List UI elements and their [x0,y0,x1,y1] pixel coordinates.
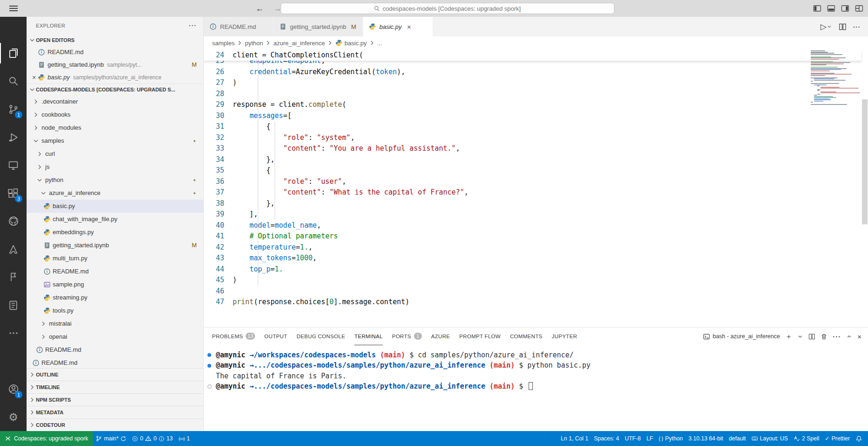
notifications-bell[interactable] [853,431,865,446]
code-line[interactable]: 27) [204,77,868,89]
command-decoration-icon[interactable] [207,384,216,389]
breadcrumb-item[interactable]: python [245,40,263,47]
code-line[interactable]: 29response = client.complete( [204,99,868,111]
breadcrumb-item[interactable]: samples [212,40,234,47]
python-interpreter[interactable]: 3.10.13 64-bit [686,431,726,446]
breadcrumb-item[interactable]: azure_ai_inference [273,40,325,47]
new-terminal-button[interactable]: ＋ [785,332,792,341]
panel-tab-terminal[interactable]: TERMINAL [354,328,383,345]
tree-item-README.md[interactable]: README.md [27,265,203,278]
spell-checker[interactable]: 2 Spell [791,431,822,446]
back-button[interactable]: ← [255,4,264,14]
activity-more[interactable] [0,319,27,347]
tree-item-multi_turn.py[interactable]: multi_turn.py [27,252,203,265]
menu-button[interactable] [0,4,27,13]
sidebar-section-outline[interactable]: OUTLINE [27,368,203,381]
panel-tab-debug-console[interactable]: DEBUG CONSOLE [296,328,345,345]
workspace-root-header[interactable]: CODESPACES-MODELS [CODESPACES: UPGRADED … [27,84,203,95]
command-decoration-icon[interactable] [207,353,216,357]
sidebar-section-codetour[interactable]: CODETOUR [27,418,203,431]
code-line[interactable]: 35 { [204,165,868,176]
scrollbar-thumb[interactable] [862,99,868,224]
activity-account[interactable]: 1 [0,375,27,403]
code-line[interactable]: 38 }, [204,198,868,209]
close-editor-icon[interactable]: × [30,74,38,81]
activity-extensions[interactable]: 3 [0,179,27,207]
maximize-panel-icon[interactable] [846,334,852,340]
tree-item-embeddings.py[interactable]: embeddings.py [27,226,203,239]
terminal-instance-label[interactable]: bash - azure_ai_inference [703,333,780,340]
code-line[interactable]: 37 "content": "What is the capital of Fr… [204,187,868,198]
open-editor-item[interactable]: README.md [27,46,203,58]
sidebar-section-npm-scripts[interactable]: NPM SCRIPTS [27,393,203,406]
code-editor[interactable]: 25 endpoint=endpoint,26 credential=Azure… [204,49,868,327]
kill-terminal-button[interactable] [820,333,827,340]
terminal-dropdown-icon[interactable] [797,334,803,340]
code-line[interactable]: 41 # Optional parameters [204,231,868,242]
eol-indicator[interactable]: LF [644,431,656,446]
code-line[interactable]: 44 top_p=1. [204,264,868,275]
editor-more-actions-button[interactable]: ··· [853,23,861,30]
split-editor-button[interactable] [839,23,847,31]
tree-item-tools.py[interactable]: tools.py [27,304,203,317]
open-editor-item[interactable]: × basic.py samples/python/azure_ai_infer… [27,71,203,84]
tree-item-README.md[interactable]: README.md [27,356,203,368]
tree-item-azure_ai_inference[interactable]: azure_ai_inference● [27,187,203,200]
code-line[interactable]: 40 model=model_name, [204,220,868,231]
tree-item-README.md[interactable]: README.md [27,343,203,356]
activity-settings[interactable]: ⚙ [0,403,27,431]
language-mode[interactable]: { } Python [656,431,686,446]
tree-item-basic.py[interactable]: basic.py [27,200,203,213]
remote-indicator[interactable]: Codespaces: upgraded spork [0,431,93,446]
panel-tab-problems[interactable]: PROBLEMS 13 [212,328,255,345]
command-center-search[interactable]: codespaces-models [Codespaces: upgraded … [281,3,614,14]
command-decoration-icon[interactable] [207,364,216,368]
customize-layout-icon[interactable] [855,4,863,13]
code-line[interactable]: 34 }, [204,154,868,166]
code-line[interactable]: 32 "role": "system", [204,132,868,144]
activity-azure[interactable] [0,235,27,263]
explorer-more-actions-button[interactable]: ··· [189,22,197,29]
tree-item-chat_with_image_file.py[interactable]: chat_with_image_file.py [27,213,203,226]
split-terminal-button[interactable] [808,333,815,340]
formatter-indicator[interactable]: ✓ Prettier [822,431,853,446]
tree-item-node_modules[interactable]: node_modules [27,121,203,134]
code-line[interactable]: 45) [204,275,868,286]
editor-scrollbar[interactable] [861,49,868,327]
tree-item-js[interactable]: js [27,160,203,174]
activity-remote-explorer[interactable] [0,151,27,179]
code-line[interactable]: 47print(response.choices[0].message.cont… [204,297,868,308]
problems-indicator[interactable]: 0 0 13 [129,431,175,446]
open-editors-header[interactable]: OPEN EDITORS [27,35,203,46]
breadcrumb-item[interactable]: basic.py [335,39,367,47]
activity-search[interactable] [0,67,27,95]
tree-item-mistralai[interactable]: mistralai [27,317,203,330]
code-line[interactable]: 26 credential=AzureKeyCredential(token), [204,67,868,78]
activity-run-debug[interactable] [0,123,27,151]
code-line[interactable]: 36 "role": "user", [204,176,868,188]
keyboard-layout[interactable]: Layout: US [749,431,791,446]
panel-more-actions-button[interactable]: ··· [833,333,841,341]
tree-item-streaming.py[interactable]: streaming.py [27,291,203,304]
close-panel-button[interactable]: × [857,333,861,341]
tree-item-openai[interactable]: openai [27,330,203,343]
sidebar-section-metadata[interactable]: METADATA [27,406,203,418]
tree-item-.devcontainer[interactable]: .devcontainer [27,95,203,108]
sidebar-section-timeline[interactable]: TIMELINE [27,381,203,393]
minimap[interactable] [811,50,860,105]
panel-tab-azure[interactable]: AZURE [431,328,450,345]
ports-indicator[interactable]: 1 [176,431,193,446]
code-line[interactable]: 28 [204,89,868,100]
sticky-scroll-line[interactable]: 24client = ChatCompletionsClient( [204,49,861,61]
panel-tab-comments[interactable]: COMMENTS [510,328,542,345]
code-line[interactable]: 42 temperature=1., [204,242,868,253]
terminal-output[interactable]: @amynic →/workspaces/codespaces-models (… [204,345,868,431]
activity-source-control[interactable]: 1 [0,95,27,123]
forward-button[interactable]: → [273,4,282,14]
activity-github[interactable] [0,207,27,235]
activity-explorer[interactable] [0,39,27,67]
tree-item-samples[interactable]: samples● [27,134,203,147]
activity-jupyter[interactable] [0,291,27,319]
indentation-indicator[interactable]: Spaces: 4 [591,431,622,446]
panel-tab-jupyter[interactable]: JUPYTER [552,328,578,345]
